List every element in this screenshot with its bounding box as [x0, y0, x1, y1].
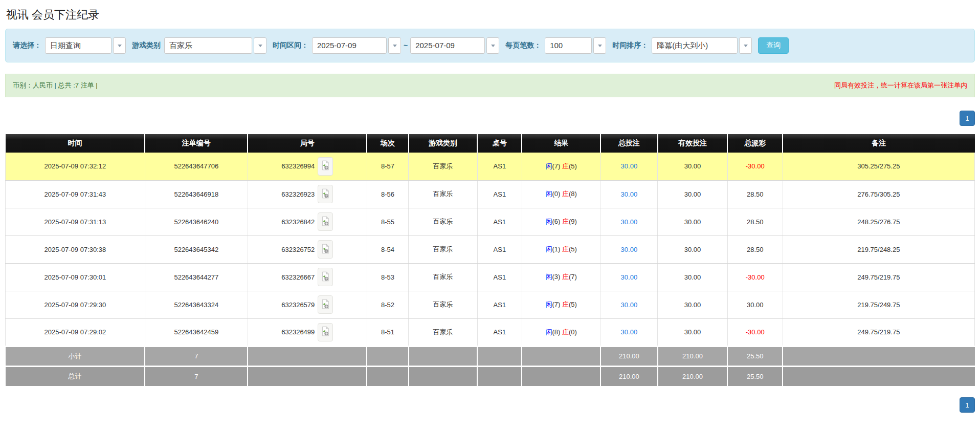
chevron-down-icon	[598, 45, 602, 47]
table-row[interactable]: 2025-07-09 07:29:30522643643324632326579…	[6, 291, 975, 318]
column-header: 备注	[783, 134, 974, 153]
banker-result: 庄	[562, 190, 569, 198]
table-row[interactable]: 2025-07-09 07:30:38522643645342632326752…	[6, 236, 975, 263]
cell-total-bet: 30.00	[600, 263, 658, 291]
summary-bar: 币别：人民币 | 总共 :7 注单 | 同局有效投注，统一计算在该局第一张注单内	[5, 74, 975, 97]
total-bet-link[interactable]: 30.00	[621, 246, 638, 253]
pagination-bottom: 1	[5, 397, 975, 413]
video-file-icon	[321, 271, 329, 283]
player-result: 闲	[546, 301, 552, 308]
cell-result: 闲(8) 庄(0)	[522, 318, 600, 346]
total-bet-link[interactable]: 30.00	[621, 162, 638, 170]
round-id-with-video: 632326994	[281, 157, 333, 176]
subtotal-row: 小计7210.00210.0025.50	[6, 346, 975, 366]
banker-result: 庄	[562, 328, 569, 336]
cell-payout: 28.50	[727, 208, 783, 236]
date-from-value[interactable]: 2025-07-09	[312, 37, 387, 54]
cell-valid-bet: 30.00	[658, 208, 727, 236]
banker-result: 庄	[562, 162, 569, 170]
cell-valid-bet: 30.00	[658, 291, 727, 318]
round-id-with-video: 632326923	[281, 185, 333, 203]
banker-result: 庄	[562, 245, 569, 253]
cell-result: 闲(0) 庄(8)	[522, 180, 600, 208]
cell-round-id: 632326752	[248, 236, 367, 263]
footer-total-bet: 210.00	[600, 366, 658, 386]
cell-bet-id: 522643642459	[145, 318, 248, 346]
video-playback-button[interactable]	[318, 323, 333, 341]
round-id-text: 632326499	[281, 328, 315, 336]
player-score: (6)	[552, 218, 563, 225]
video-playback-button[interactable]	[318, 240, 333, 259]
page-1-button[interactable]: 1	[960, 397, 975, 413]
footer-empty	[783, 346, 974, 366]
page-size-combobox[interactable]: 100	[545, 37, 606, 54]
player-score: (3)	[552, 273, 563, 281]
footer-empty	[783, 366, 974, 386]
total-bet-link[interactable]: 30.00	[621, 273, 638, 281]
chevron-down-icon[interactable]	[739, 37, 752, 54]
video-file-icon	[321, 244, 329, 255]
video-playback-button[interactable]	[318, 268, 333, 286]
table-row[interactable]: 2025-07-09 07:31:43522643646918632326923…	[6, 180, 975, 208]
table-footer: 小计7210.00210.0025.50总计7210.00210.0025.50	[6, 346, 975, 386]
chevron-down-icon[interactable]	[486, 37, 499, 54]
game-type-combobox[interactable]: 百家乐	[164, 37, 266, 54]
cell-result: 闲(1) 庄(5)	[522, 236, 600, 263]
footer-label: 总计	[6, 366, 145, 386]
date-to-picker[interactable]: 2025-07-09	[410, 37, 499, 54]
chevron-down-icon[interactable]	[388, 37, 401, 54]
page-1-button[interactable]: 1	[960, 111, 975, 126]
banker-score: (8)	[569, 190, 577, 198]
date-from-picker[interactable]: 2025-07-09	[312, 37, 401, 54]
cell-result: 闲(7) 庄(5)	[522, 153, 600, 180]
video-playback-button[interactable]	[318, 157, 333, 176]
video-playback-button[interactable]	[318, 295, 333, 314]
footer-empty	[409, 346, 478, 366]
cell-total-bet: 30.00	[600, 291, 658, 318]
table-row[interactable]: 2025-07-09 07:32:12522643647706632326994…	[6, 153, 975, 180]
video-playback-button[interactable]	[318, 185, 333, 203]
total-bet-link[interactable]: 30.00	[621, 218, 638, 226]
cell-time: 2025-07-09 07:31:13	[6, 208, 145, 236]
cell-bet-id: 522643646918	[145, 180, 248, 208]
search-button[interactable]: 查询	[758, 37, 789, 54]
cell-total-bet: 30.00	[600, 153, 658, 180]
cell-total-bet: 30.00	[600, 180, 658, 208]
video-playback-button[interactable]	[318, 212, 333, 231]
game-type-label: 游戏类别	[132, 41, 161, 50]
round-id-text: 632326667	[281, 273, 315, 281]
cell-result: 闲(3) 庄(7)	[522, 263, 600, 291]
table-row[interactable]: 2025-07-09 07:29:02522643642459632326499…	[6, 318, 975, 346]
cell-valid-bet: 30.00	[658, 236, 727, 263]
query-type-combobox[interactable]: 日期查询	[45, 37, 126, 54]
cell-total-bet: 30.00	[600, 318, 658, 346]
date-to-value[interactable]: 2025-07-09	[410, 37, 485, 54]
video-file-icon	[321, 326, 329, 338]
time-sort-value[interactable]: 降冪(由大到小)	[652, 37, 738, 54]
game-type-value[interactable]: 百家乐	[164, 37, 252, 54]
cell-valid-bet: 30.00	[658, 318, 727, 346]
total-bet-link[interactable]: 30.00	[621, 190, 638, 198]
banker-result: 庄	[562, 301, 569, 308]
cell-table-no: AS1	[477, 318, 522, 346]
column-header: 局号	[248, 134, 367, 153]
cell-table-no: AS1	[477, 236, 522, 263]
cell-total-bet: 30.00	[600, 236, 658, 263]
chevron-down-icon[interactable]	[113, 37, 126, 54]
cell-round-id: 632326499	[248, 318, 367, 346]
total-bet-link[interactable]: 30.00	[621, 301, 638, 309]
table-row[interactable]: 2025-07-09 07:30:01522643644277632326667…	[6, 263, 975, 291]
cell-result: 闲(7) 庄(5)	[522, 291, 600, 318]
total-bet-link[interactable]: 30.00	[621, 328, 638, 336]
cell-bet-id: 522643645342	[145, 236, 248, 263]
chevron-down-icon[interactable]	[254, 37, 266, 54]
table-row[interactable]: 2025-07-09 07:31:13522643646240632326842…	[6, 208, 975, 236]
cell-payout: -30.00	[727, 263, 783, 291]
footer-count: 7	[145, 346, 248, 366]
time-sort-combobox[interactable]: 降冪(由大到小)	[652, 37, 752, 54]
chevron-down-icon[interactable]	[593, 37, 606, 54]
query-type-value[interactable]: 日期查询	[45, 37, 112, 54]
page-size-value[interactable]: 100	[545, 37, 592, 54]
cell-game-type: 百家乐	[409, 180, 478, 208]
filter-panel: 请选择： 日期查询 游戏类别 百家乐 时间区间： 2025-07-09 ~ 20…	[5, 29, 975, 62]
